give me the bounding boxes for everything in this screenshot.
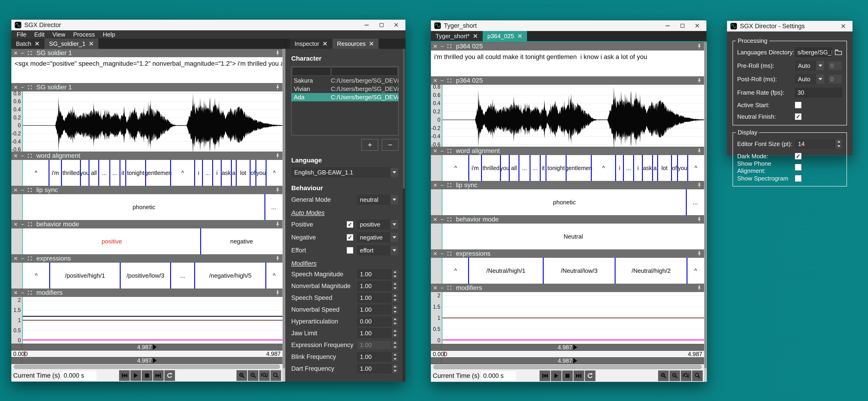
tyger-range-bar-bottom[interactable]: 4.987: [431, 357, 704, 364]
combo-arrow[interactable]: [390, 168, 398, 177]
tyger-lip-sync-panel-content[interactable]: phonetic...: [431, 189, 704, 215]
panel-minimize-icon[interactable]: −: [441, 44, 444, 49]
director-hscrollbar[interactable]: [11, 364, 282, 370]
modifier-spinbox[interactable]: 1.00: [357, 305, 399, 314]
close-button[interactable]: ✕: [691, 21, 703, 30]
panel-minimize-icon[interactable]: −: [441, 78, 444, 84]
tab-close-icon[interactable]: ✕: [89, 40, 94, 48]
segment-boundary[interactable]: [468, 155, 469, 181]
panel-expand-icon[interactable]: [447, 44, 452, 49]
panel-pin-icon[interactable]: [697, 78, 702, 83]
panel-minimize-icon[interactable]: −: [441, 217, 444, 222]
active-start-checkbox[interactable]: [795, 102, 801, 108]
auto-mode-select[interactable]: effort: [357, 245, 399, 255]
modifier-spinbox[interactable]: 1.00: [357, 352, 399, 362]
languages-directory-field[interactable]: s/berge/SG_DEV/languages: [795, 48, 832, 57]
stop-button[interactable]: [142, 370, 152, 381]
segment-boundary[interactable]: [212, 160, 213, 186]
font-size-spinbox[interactable]: 14: [795, 139, 842, 149]
modifier-spinbox[interactable]: 1.00: [357, 328, 399, 338]
tab-close-icon[interactable]: ✕: [473, 33, 478, 40]
close-button[interactable]: ✕: [390, 20, 402, 30]
hscrollbar-thumb[interactable]: [433, 365, 702, 369]
waveform-track[interactable]: [442, 85, 704, 147]
segment-boundary[interactable]: [530, 155, 530, 181]
waveform-plot[interactable]: [23, 91, 282, 151]
menu-item-process[interactable]: Process: [69, 31, 99, 38]
panel-minimize-icon[interactable]: −: [441, 148, 444, 154]
panel-expand-icon[interactable]: [28, 222, 32, 227]
segment-boundary[interactable]: [500, 155, 501, 181]
tyger-time-ruler[interactable]: 0.0004.987: [431, 351, 704, 357]
zoom-out-button[interactable]: [248, 370, 258, 381]
close-button[interactable]: ✕: [837, 22, 849, 31]
panel-minimize-icon[interactable]: −: [21, 50, 25, 56]
pre-roll-mode-select[interactable]: Auto: [795, 61, 825, 71]
director-text-content[interactable]: <sgx mode="positive" speech_magnitude="1…: [11, 57, 282, 83]
director-time-ruler[interactable]: 0.0004.987: [11, 350, 282, 357]
panel-close-icon[interactable]: ×: [433, 216, 437, 223]
character-name-header-cell[interactable]: [292, 67, 331, 76]
director-waveform-content[interactable]: 0.80.60.40.20-0.2-0.4-0.6: [11, 91, 282, 151]
spin-up-button[interactable]: [835, 139, 842, 144]
auto-mode-select[interactable]: negative: [357, 232, 399, 242]
segment-track[interactable]: Neutral: [442, 224, 704, 250]
spin-down-button[interactable]: [392, 286, 398, 291]
panel-pin-icon[interactable]: [275, 153, 280, 159]
panel-minimize-icon[interactable]: −: [441, 285, 444, 291]
director-modifiers-content[interactable]: 21.510.50: [11, 297, 282, 344]
vscrollbar-thumb[interactable]: [704, 42, 707, 368]
panel-expand-icon[interactable]: [28, 153, 32, 158]
spin-down-button[interactable]: [392, 274, 398, 279]
modifiers-track[interactable]: [23, 297, 282, 344]
panel-minimize-icon[interactable]: −: [21, 222, 25, 227]
panel-expand-icon[interactable]: [28, 51, 32, 55]
director-text-header[interactable]: ×−SG soldier 1: [11, 49, 282, 57]
panel-minimize-icon[interactable]: −: [441, 251, 444, 257]
segment-boundary[interactable]: [546, 155, 547, 181]
panel-close-icon[interactable]: ×: [433, 182, 437, 189]
segment-boundary[interactable]: [255, 160, 256, 186]
tab-close-icon[interactable]: ✕: [517, 33, 522, 40]
director-waveform-header[interactable]: ×−SG soldier 1: [11, 83, 282, 91]
modifier-curve[interactable]: [442, 317, 704, 318]
panel-expand-icon[interactable]: [447, 148, 452, 153]
segment-boundary[interactable]: [200, 228, 201, 254]
segment-boundary[interactable]: [519, 155, 519, 181]
post-roll-mode-select[interactable]: Auto: [795, 74, 825, 84]
tyger-lip-sync-panel-header[interactable]: ×−lip sync: [431, 181, 704, 189]
panel-minimize-icon[interactable]: −: [21, 256, 25, 261]
character-row[interactable]: AdaC:/Users/berge/SG_DEV/SG_Characte...: [291, 93, 398, 102]
segment-track[interactable]: ^i'mthrilledyouall......ittonightgentlem…: [23, 160, 282, 186]
director-lip-sync-panel-content[interactable]: phonetic...: [11, 194, 282, 220]
tyger-modifiers-header[interactable]: ×−modifiers: [431, 284, 704, 292]
segment-boundary[interactable]: [170, 263, 171, 289]
segment-boundary[interactable]: [250, 160, 251, 186]
panel-expand-icon[interactable]: [447, 78, 452, 83]
neutral-finish-checkbox[interactable]: ✓: [795, 113, 801, 120]
panel-expand-icon[interactable]: [28, 188, 32, 192]
waveform-plot[interactable]: [442, 85, 704, 147]
tyger-hscrollbar[interactable]: [431, 364, 704, 370]
segment-boundary[interactable]: [80, 160, 81, 186]
tyger-behavior-mode-panel-header[interactable]: ×−behavior mode: [431, 215, 704, 224]
segment-boundary[interactable]: [120, 263, 121, 289]
tyger-modifiers-content[interactable]: 21.510.50: [431, 292, 704, 344]
segment-boundary[interactable]: [633, 155, 634, 181]
spin-up-button[interactable]: [392, 352, 398, 357]
segment-boundary[interactable]: [266, 160, 267, 186]
zoom-in-button[interactable]: [237, 370, 247, 381]
segment-boundary[interactable]: [686, 258, 687, 284]
director-word-alignment-panel-content[interactable]: ^i'mthrilledyouall......ittonightgentlem…: [11, 160, 282, 186]
tyger-word-alignment-panel-header[interactable]: ×−word alignment: [431, 147, 704, 155]
segment-boundary[interactable]: [109, 160, 110, 186]
panel-minimize-icon[interactable]: −: [21, 153, 25, 159]
segment-boundary[interactable]: [687, 155, 688, 181]
combo-arrow[interactable]: [390, 195, 398, 205]
spectrogram-checkbox[interactable]: [795, 175, 801, 182]
combo-arrow[interactable]: [816, 61, 824, 70]
tyger-waveform-content[interactable]: 0.80.60.40.20-0.2-0.4-0.6: [431, 85, 704, 147]
panel-close-icon[interactable]: ×: [433, 77, 437, 84]
segment-boundary[interactable]: [481, 155, 482, 181]
spin-down-button[interactable]: [392, 357, 398, 362]
